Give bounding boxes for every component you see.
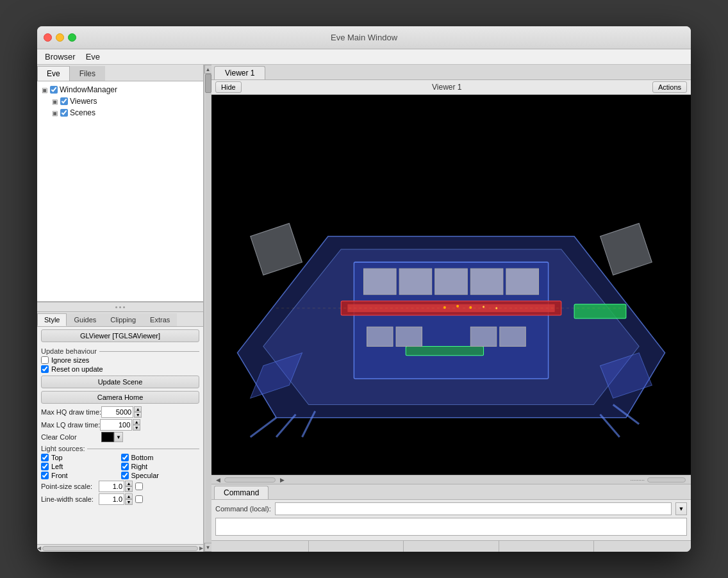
svg-rect-10 [435,268,468,294]
light-front: Front [41,472,120,479]
tree-checkbox-viewers[interactable] [60,97,68,105]
line-width-up[interactable]: ▲ [125,493,133,499]
folder-icon: ▣ [40,85,49,94]
clear-color-dropdown[interactable]: ▼ [114,432,123,442]
max-lq-down[interactable]: ▼ [133,425,140,431]
light-left-checkbox[interactable] [41,463,49,470]
status-seg-5 [594,541,688,552]
tree-item-scenes[interactable]: ▣ Scenes [47,107,203,119]
light-specular-checkbox[interactable] [121,472,129,479]
h-scroll-right[interactable]: ▶ [199,545,203,551]
line-width-row: Line-width scale: ▲ ▼ [41,493,199,505]
light-sources-label: Light sources: [41,445,85,452]
command-tab[interactable]: Command [214,486,269,499]
sub-tab-guides[interactable]: Guides [67,313,103,326]
viewer-label-btn[interactable]: GLViewer [TGLSAViewer] [41,329,199,342]
ignore-sizes-checkbox[interactable] [41,356,49,364]
v-scroll-up[interactable]: ▲ [204,65,212,74]
max-lq-label: Max LQ draw time: [41,421,100,429]
viewport-canvas [211,95,691,475]
left-scrollbar[interactable]: ◀ ▶ [37,544,203,552]
sub-tab-extras[interactable]: Extras [143,313,177,326]
status-seg-2 [309,541,404,552]
traffic-lights [44,33,76,42]
scroll-left-arrow[interactable]: ◀ [214,476,222,484]
light-top-checkbox[interactable] [41,454,49,461]
viewer-scroll-bar[interactable]: ◀ ▶ ········· [211,475,691,484]
viewer-actions-btn[interactable]: Actions [652,81,687,93]
svg-point-27 [456,305,459,308]
tree-checkbox-scenes[interactable] [60,109,68,117]
minimize-button[interactable] [56,33,64,42]
v-scroll-thumb[interactable] [205,74,211,93]
light-front-checkbox[interactable] [41,472,49,479]
svg-point-29 [483,306,484,308]
menu-browser[interactable]: Browser [40,51,81,63]
command-dropdown-btn[interactable]: ▼ [675,502,687,515]
light-bottom-checkbox[interactable] [121,454,129,461]
right-panel: Viewer 1 Hide Viewer 1 Actions [211,65,691,552]
light-top-label: Top [51,454,63,461]
tree-item-windowmanager[interactable]: ▣ WindowManager [37,84,203,95]
tree-checkbox-windowmanager[interactable] [50,86,58,94]
command-textarea[interactable] [215,518,687,536]
tab-files[interactable]: Files [70,66,105,81]
line-width-input[interactable] [99,493,124,505]
main-window: Eve Main Window Browser Eve Eve Files ▣ … [37,26,691,552]
command-input[interactable] [275,502,672,515]
svg-point-26 [443,306,446,309]
camera-home-btn[interactable]: Camera Home [41,391,199,404]
max-hq-up[interactable]: ▲ [134,406,142,412]
max-hq-down[interactable]: ▼ [134,412,142,418]
command-panel: Command Command (local): ▼ [211,484,691,540]
light-right-checkbox[interactable] [121,463,129,470]
viewport[interactable] [211,95,691,475]
line-width-down[interactable]: ▼ [125,499,133,505]
menu-eve[interactable]: Eve [81,51,105,63]
point-size-input[interactable] [99,481,124,492]
ignore-sizes-label: Ignore sizes [51,356,89,364]
max-hq-label: Max HQ draw time: [41,408,101,416]
v-scrollbar: ▲ ▼ [204,65,211,552]
point-size-down[interactable]: ▼ [125,486,133,492]
main-content: Eve Files ▣ WindowManager ▣ Viewers ▣ [37,65,691,552]
max-lq-up[interactable]: ▲ [133,419,140,425]
maximize-button[interactable] [68,33,76,42]
sub-tab-style[interactable]: Style [37,313,67,326]
close-button[interactable] [44,33,52,42]
line-width-checkbox[interactable] [135,495,143,503]
update-scene-btn[interactable]: Update Scene [41,376,199,388]
viewer-hide-btn[interactable]: Hide [215,81,242,93]
light-specular-label: Specular [131,472,159,479]
status-seg-3 [404,541,499,552]
viewer-title: Viewer 1 [242,83,652,92]
menubar: Browser Eve [37,49,691,65]
h-scroll-left[interactable]: ◀ [37,545,41,551]
scroll-track-h[interactable] [224,477,276,483]
point-size-checkbox[interactable] [135,483,143,490]
scroll-track-h2[interactable] [647,477,686,483]
light-bottom: Bottom [121,454,200,461]
reset-on-update-checkbox[interactable] [41,365,49,373]
resize-dot [119,306,121,308]
window-title: Eve Main Window [331,33,397,42]
resize-bar[interactable] [37,302,203,312]
tree-item-viewers[interactable]: ▣ Viewers [47,95,203,107]
status-bar [211,540,691,552]
line-width-label: Line-width scale: [41,495,99,503]
sub-tab-clipping[interactable]: Clipping [103,313,143,326]
max-hq-input[interactable] [101,406,133,418]
v-scroll-down[interactable]: ▼ [204,543,212,552]
tab-eve[interactable]: Eve [37,66,70,81]
h-scroll-track[interactable] [42,546,198,551]
point-size-up[interactable]: ▲ [125,481,133,486]
titlebar: Eve Main Window [37,26,691,49]
svg-rect-6 [574,304,626,318]
max-hq-spinner: ▲ ▼ [134,406,142,418]
svg-rect-12 [506,268,539,294]
scroll-right-arrow[interactable]: ▶ [278,476,286,484]
clear-color-box[interactable] [101,432,114,442]
point-size-label: Point-size scale: [41,483,99,490]
max-lq-input[interactable] [100,419,132,431]
viewer-tab-1[interactable]: Viewer 1 [214,66,265,79]
